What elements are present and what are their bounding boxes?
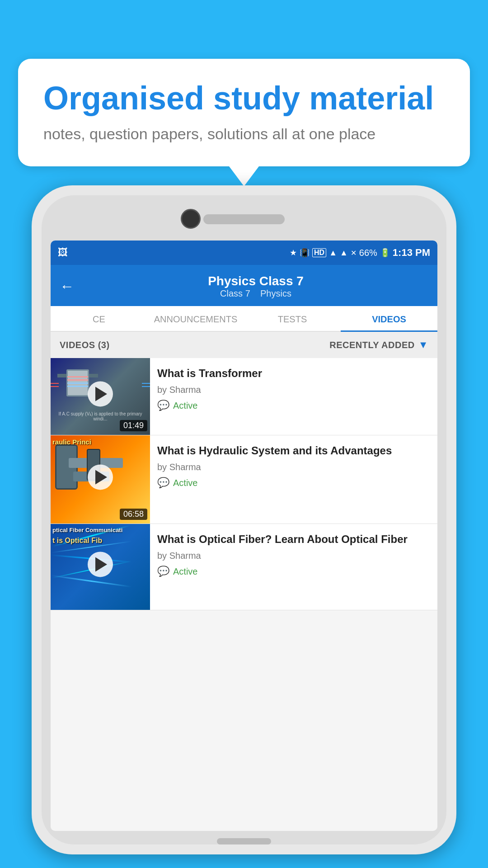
subject-label: Physics xyxy=(260,288,291,298)
status-bar: 🖼 ★ 📳 HD ▲ ▲ ✕ 66% 🔋 1:13 PM xyxy=(51,241,437,265)
phone-screen: 🖼 ★ 📳 HD ▲ ▲ ✕ 66% 🔋 1:13 PM xyxy=(51,241,437,831)
status-right: ★ 📳 HD ▲ ▲ ✕ 66% 🔋 1:13 PM xyxy=(290,247,430,259)
chat-icon-3: 💬 xyxy=(157,566,169,577)
video-title-3: What is Optical Fiber? Learn About Optic… xyxy=(157,532,430,546)
video-thumbnail-3: ptical Fiber Communicati t is Optical Fi… xyxy=(51,524,150,610)
video-info-3: What is Optical Fiber? Learn About Optic… xyxy=(150,524,437,610)
tab-announcements[interactable]: ANNOUNCEMENTS xyxy=(147,306,244,331)
vibrate-icon: 📳 xyxy=(300,248,310,258)
chat-icon-2: 💬 xyxy=(157,477,169,489)
play-button-2[interactable] xyxy=(88,464,113,490)
chat-icon-1: 💬 xyxy=(157,400,169,411)
video-status-3: 💬 Active xyxy=(157,566,430,577)
tabs-bar: CE ANNOUNCEMENTS TESTS VIDEOS xyxy=(51,306,437,332)
signal-icon: ▲ xyxy=(340,248,348,258)
duration-2: 06:58 xyxy=(120,509,147,520)
tab-ce[interactable]: CE xyxy=(51,306,147,331)
status-left: 🖼 xyxy=(58,247,70,259)
play-button-1[interactable] xyxy=(88,381,113,406)
status-label-1: Active xyxy=(173,401,197,411)
video-list: If A.C supply (V₁) is applied to the pri… xyxy=(51,358,437,610)
video-item-3[interactable]: ptical Fiber Communicati t is Optical Fi… xyxy=(51,524,437,610)
app-bar-titles: Physics Class 7 Class 7 Physics xyxy=(83,274,428,299)
video-info-2: What is Hydraulic System and its Advanta… xyxy=(150,435,437,524)
hd-badge: HD xyxy=(312,248,326,257)
phone-inner: 🖼 ★ 📳 HD ▲ ▲ ✕ 66% 🔋 1:13 PM xyxy=(42,195,446,844)
sort-label: RECENTLY ADDED xyxy=(329,340,415,350)
bluetooth-icon: ★ xyxy=(290,248,297,258)
app-bar: ← Physics Class 7 Class 7 Physics xyxy=(51,265,437,306)
status-label-2: Active xyxy=(173,478,197,488)
bubble-title: Organised study material xyxy=(43,80,445,116)
chevron-down-icon: ▼ xyxy=(418,339,428,351)
video-title-1: What is Transformer xyxy=(157,366,430,380)
video-item-2[interactable]: raulic Princi 06:58 What is Hydraulic Sy… xyxy=(51,435,437,524)
app-bar-title: Physics Class 7 xyxy=(83,274,428,288)
app-bar-subtitle: Class 7 Physics xyxy=(83,288,428,299)
battery-icon: 🔋 xyxy=(380,248,390,258)
phone-speaker xyxy=(203,214,285,224)
time-text: 1:13 PM xyxy=(393,247,430,259)
video-thumbnail-1: If A.C supply (V₁) is applied to the pri… xyxy=(51,358,150,435)
video-author-2: by Sharma xyxy=(157,462,430,472)
video-status-1: 💬 Active xyxy=(157,400,430,411)
phone-camera xyxy=(181,209,201,229)
tab-tests[interactable]: TESTS xyxy=(244,306,341,331)
photo-icon: 🖼 xyxy=(58,247,68,259)
filter-row: VIDEOS (3) RECENTLY ADDED ▼ xyxy=(51,332,437,358)
video-item-1[interactable]: If A.C supply (V₁) is applied to the pri… xyxy=(51,358,437,435)
class-label: Class 7 xyxy=(220,288,250,298)
status-label-3: Active xyxy=(173,566,197,577)
phone-frame: 🖼 ★ 📳 HD ▲ ▲ ✕ 66% 🔋 1:13 PM xyxy=(32,185,456,854)
bubble-subtitle: notes, question papers, solutions all at… xyxy=(43,125,445,143)
video-info-1: What is Transformer by Sharma 💬 Active xyxy=(150,358,437,435)
play-button-3[interactable] xyxy=(88,552,113,577)
x-icon: ✕ xyxy=(351,249,357,257)
duration-1: 01:49 xyxy=(120,420,147,431)
video-author-3: by Sharma xyxy=(157,551,430,561)
sort-dropdown[interactable]: RECENTLY ADDED ▼ xyxy=(329,339,428,351)
video-title-2: What is Hydraulic System and its Advanta… xyxy=(157,443,430,458)
video-thumbnail-2: raulic Princi 06:58 xyxy=(51,435,150,524)
videos-count: VIDEOS (3) xyxy=(60,340,110,350)
video-author-1: by Sharma xyxy=(157,385,430,395)
speech-bubble: Organised study material notes, question… xyxy=(18,59,470,166)
background: Organised study material notes, question… xyxy=(0,0,488,868)
home-button[interactable] xyxy=(217,838,271,844)
wifi-icon: ▲ xyxy=(329,248,337,258)
battery-text: 66% xyxy=(359,248,377,258)
back-button[interactable]: ← xyxy=(60,278,74,295)
video-status-2: 💬 Active xyxy=(157,477,430,489)
tab-videos[interactable]: VIDEOS xyxy=(341,306,437,331)
